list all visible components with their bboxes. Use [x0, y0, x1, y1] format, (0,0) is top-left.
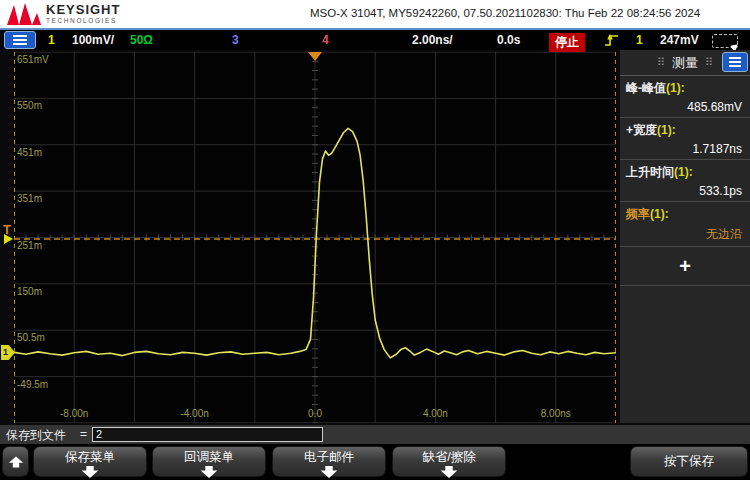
add-measurement-button[interactable]: +: [673, 255, 697, 277]
grid-area: 651mV550m451m351m251m150m50.5m-49.5m-8.0…: [14, 52, 616, 423]
measurement-item: 峰-峰值(1): 485.68mV: [620, 76, 750, 118]
trigger-source: 1: [636, 33, 643, 47]
ch3-number[interactable]: 3: [232, 33, 239, 47]
measurement-item: 频率(1): 无边沿: [620, 202, 750, 247]
softkey-label: 回调菜单: [153, 449, 265, 466]
measurement-index: (1):: [657, 123, 676, 137]
measurement-value: 1.7187ns: [626, 142, 750, 156]
drag-grip-icon[interactable]: ⠿: [705, 56, 713, 69]
filename-input[interactable]: [92, 427, 323, 442]
up-arrow-icon: [8, 455, 24, 469]
equals-sign: =: [80, 427, 87, 441]
status-bar: 1 100mV/ 50Ω 3 4 2.00ns/ 0.0s 停止 1 247mV: [0, 30, 750, 50]
ch1-ground-marker[interactable]: 1: [1, 345, 15, 360]
back-button[interactable]: [2, 446, 29, 477]
panel-menu-button[interactable]: [722, 52, 748, 72]
drag-grip-icon[interactable]: ⠿: [657, 56, 665, 69]
hamburger-icon: [729, 57, 741, 59]
run-status-badge[interactable]: 停止: [549, 33, 585, 53]
oscilloscope-screen: KEYSIGHT TECHNOLOGIES MSO-X 3104T, MY592…: [0, 0, 750, 480]
ch1-impedance[interactable]: 50Ω: [130, 33, 153, 47]
brand-subtitle: TECHNOLOGIES: [46, 18, 120, 25]
main-menu-button[interactable]: [4, 31, 36, 49]
measurement-name: 上升时间: [626, 165, 674, 179]
brand-block: KEYSIGHT TECHNOLOGIES: [46, 3, 120, 25]
down-arrow-icon: [199, 466, 219, 478]
softkey-label: 保存菜单: [34, 449, 146, 466]
header-bar: KEYSIGHT TECHNOLOGIES MSO-X 3104T, MY592…: [0, 0, 750, 30]
trigger-slope-icon: [604, 32, 620, 48]
measurement-item: +宽度(1): 1.7187ns: [620, 118, 750, 160]
measurement-value: 无边沿: [626, 226, 750, 243]
trigger-level-arrow-icon[interactable]: [4, 234, 13, 244]
softkey-label: 缺省/擦除: [393, 449, 505, 466]
keysight-logo-icon: [6, 2, 42, 26]
delay-value[interactable]: 0.0s: [497, 33, 520, 47]
measurements-panel: ⠿ 测量 ⠿ 峰-峰值(1): 485.68mV +宽度(1): 1.7187n…: [620, 50, 750, 423]
softkey-save-menu[interactable]: 保存菜单: [33, 446, 147, 477]
measurement-index: (1):: [650, 207, 669, 221]
measurement-name: +宽度: [626, 123, 657, 137]
timebase-value[interactable]: 2.00ns/: [412, 33, 453, 47]
hamburger-icon: [13, 35, 27, 37]
save-to-file-label: 保存到文件: [6, 427, 66, 444]
ch1-number[interactable]: 1: [48, 33, 55, 47]
ch4-number[interactable]: 4: [322, 33, 329, 47]
measurement-value: 485.68mV: [626, 100, 750, 114]
ch1-scale[interactable]: 100mV/: [72, 33, 114, 47]
down-arrow-icon: [80, 466, 100, 478]
softkey-default-erase[interactable]: 缺省/擦除: [392, 446, 506, 477]
down-arrow-icon: [319, 466, 339, 478]
measurement-name: 峰-峰值: [626, 81, 666, 95]
save-to-file-bar: 保存到文件 =: [0, 425, 750, 444]
brand-name: KEYSIGHT: [46, 3, 120, 16]
measurement-value: 533.1ps: [626, 184, 750, 198]
trigger-time-marker[interactable]: [308, 52, 322, 61]
panel-title: 测量: [672, 54, 698, 72]
add-measurement-row: +: [620, 247, 750, 286]
softkey-label: 电子邮件: [273, 449, 385, 466]
measurement-name: 频率: [626, 207, 650, 221]
down-arrow-icon: [439, 466, 459, 478]
measurement-index: (1):: [666, 81, 685, 95]
measurement-item: 上升时间(1): 533.1ps: [620, 160, 750, 202]
model-info-text: MSO-X 3104T, MY59242260, 07.50.202110283…: [310, 7, 700, 19]
cursor-tool-icon[interactable]: [712, 34, 738, 48]
press-to-save-button[interactable]: 按下保存: [630, 446, 748, 477]
softkey-email[interactable]: 电子邮件: [272, 446, 386, 477]
trigger-level-value[interactable]: 247mV: [660, 33, 699, 47]
measurement-index: (1):: [674, 165, 693, 179]
softkey-recall-menu[interactable]: 回调菜单: [152, 446, 266, 477]
softkey-menu-bar: 保存菜单 回调菜单 电子邮件 缺省/擦除 按下保存: [0, 444, 750, 480]
panel-header: ⠿ 测量 ⠿: [620, 50, 750, 76]
waveform-plot: [14, 52, 616, 423]
